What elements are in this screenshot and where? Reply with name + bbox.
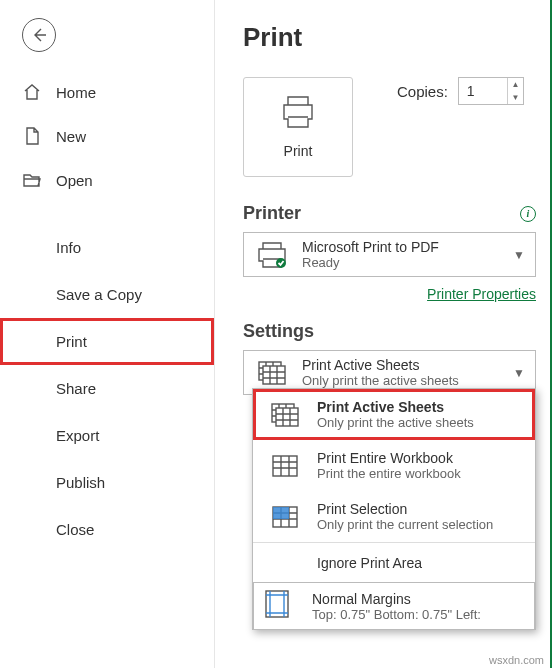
menu-print-active-sheets[interactable]: Print Active Sheets Only print the activ… bbox=[253, 389, 535, 440]
nav-print[interactable]: Print bbox=[0, 318, 214, 365]
print-what-menu: Print Active Sheets Only print the activ… bbox=[252, 388, 536, 630]
nav-home-label: Home bbox=[56, 84, 96, 101]
nav-new[interactable]: New bbox=[0, 114, 214, 158]
printer-status: Ready bbox=[302, 255, 501, 270]
nav-publish[interactable]: Publish bbox=[0, 459, 214, 506]
copies-label: Copies: bbox=[397, 83, 448, 100]
printer-large-icon bbox=[278, 95, 318, 129]
svg-rect-4 bbox=[276, 408, 298, 426]
document-icon bbox=[22, 126, 42, 146]
margins-dropdown[interactable]: Normal Margins Top: 0.75" Bottom: 0.75" … bbox=[253, 582, 535, 629]
svg-rect-7 bbox=[273, 507, 289, 519]
print-what-sub: Only print the active sheets bbox=[302, 373, 501, 388]
settings-section-title: Settings bbox=[243, 321, 536, 342]
nav-save-copy[interactable]: Save a Copy bbox=[0, 271, 214, 318]
nav-open[interactable]: Open bbox=[0, 158, 214, 202]
nav-close[interactable]: Close bbox=[0, 506, 214, 553]
printer-icon bbox=[254, 241, 290, 269]
copies-value: 1 bbox=[459, 83, 507, 99]
home-icon bbox=[22, 82, 42, 102]
print-button-label: Print bbox=[284, 143, 313, 159]
sheets-icon bbox=[267, 402, 303, 428]
nav-share[interactable]: Share bbox=[0, 365, 214, 412]
copies-decrement[interactable]: ▼ bbox=[508, 91, 523, 104]
nav-info[interactable]: Info bbox=[0, 224, 214, 271]
svg-rect-5 bbox=[273, 456, 297, 476]
printer-properties-link[interactable]: Printer Properties bbox=[427, 286, 536, 302]
svg-rect-2 bbox=[263, 366, 285, 384]
chevron-down-icon: ▼ bbox=[513, 366, 525, 380]
nav-new-label: New bbox=[56, 128, 86, 145]
printer-info-icon[interactable]: i bbox=[520, 206, 536, 222]
chevron-down-icon: ▼ bbox=[513, 248, 525, 262]
nav-export[interactable]: Export bbox=[0, 412, 214, 459]
margins-icon bbox=[264, 589, 300, 623]
arrow-left-icon bbox=[31, 27, 47, 43]
sheets-icon bbox=[254, 360, 290, 386]
sidebar: Home New Open Info Save a Copy Print Sha… bbox=[0, 0, 215, 668]
selection-icon bbox=[267, 504, 303, 530]
print-button[interactable]: Print bbox=[243, 77, 353, 177]
workbook-icon bbox=[267, 453, 303, 479]
page-title: Print bbox=[243, 22, 536, 53]
nav-home[interactable]: Home bbox=[0, 70, 214, 114]
back-button[interactable] bbox=[22, 18, 56, 52]
nav-open-label: Open bbox=[56, 172, 93, 189]
printer-section-title: Printer i bbox=[243, 203, 536, 224]
copies-increment[interactable]: ▲ bbox=[508, 78, 523, 91]
watermark: wsxdn.com bbox=[489, 654, 544, 666]
menu-print-entire-workbook[interactable]: Print Entire Workbook Print the entire w… bbox=[253, 440, 535, 491]
copies-spinner[interactable]: 1 ▲ ▼ bbox=[458, 77, 524, 105]
menu-ignore-print-area[interactable]: Ignore Print Area bbox=[253, 543, 535, 583]
printer-dropdown[interactable]: Microsoft Print to PDF Ready ▼ bbox=[243, 232, 536, 277]
menu-print-selection[interactable]: Print Selection Only print the current s… bbox=[253, 491, 535, 542]
print-what-title: Print Active Sheets bbox=[302, 357, 501, 373]
printer-name: Microsoft Print to PDF bbox=[302, 239, 501, 255]
folder-open-icon bbox=[22, 170, 42, 190]
